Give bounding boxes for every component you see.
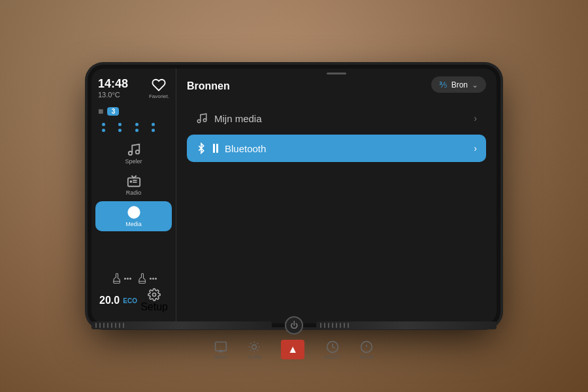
scroll-indicator <box>327 73 346 74</box>
svg-point-4 <box>130 181 131 182</box>
menu-button[interactable]: MENU <box>214 340 228 359</box>
mijn-media-name: Mijn media <box>214 113 262 124</box>
bron-bluetooth-icon: ⅗ <box>439 80 448 90</box>
nav-items: Speler Radio <box>91 136 176 269</box>
vent-left <box>91 321 272 329</box>
clock-display: 14:48 <box>98 78 128 90</box>
temp-eco-row: 20.0 ECO Setup <box>97 287 171 314</box>
pause-icon <box>213 144 218 153</box>
assist-button[interactable]: ASSIST <box>324 340 340 359</box>
vent-right <box>316 321 497 329</box>
vent-row: ⏻ <box>91 316 497 335</box>
source-list: Mijn media › <box>187 105 486 316</box>
svg-point-13 <box>252 344 257 349</box>
source-item-mijn-media[interactable]: Mijn media › <box>187 105 486 132</box>
sidebar-top: 14:48 13.0°C Favoriet. <box>91 74 176 103</box>
source-item-bluetooth[interactable]: Bluetooth › <box>187 135 486 162</box>
svg-rect-12 <box>216 342 227 350</box>
nav-media[interactable]: Media <box>95 201 172 231</box>
clima-label: CLIMA <box>248 355 261 359</box>
setup-button[interactable]: Setup <box>140 288 168 313</box>
bron-button[interactable]: ⅗ Bron ⌄ <box>431 76 486 93</box>
satellite-row: ■ 3 <box>91 103 176 119</box>
mode-label: MODE <box>360 355 374 359</box>
mijn-media-chevron: › <box>474 113 477 123</box>
section-title: Bronnen <box>187 80 230 92</box>
cabin-temp: 20.0 <box>99 295 120 306</box>
bottom-controls: 20.0 ECO Setup <box>91 269 176 318</box>
setup-label: Setup <box>140 301 168 313</box>
assist-label: ASSIST <box>324 355 340 359</box>
bluetooth-chevron: › <box>474 143 477 154</box>
bluetooth-name: Bluetooth <box>225 143 266 154</box>
satellite-badge: 3 <box>107 107 119 116</box>
bron-label: Bron <box>451 80 468 90</box>
radio-label: Radio <box>126 189 142 196</box>
dot-5 <box>102 129 105 132</box>
hazard-icon: ▲ <box>287 344 298 355</box>
nav-player[interactable]: Speler <box>95 139 172 169</box>
sidebar: 14:48 13.0°C Favoriet. ■ 3 <box>91 69 176 323</box>
svg-point-10 <box>197 120 201 123</box>
seat-left-icon[interactable] <box>111 272 131 284</box>
mijn-media-icon <box>196 112 208 124</box>
seat-heat-row <box>97 272 171 284</box>
main-content: Bronnen ⅗ Bron ⌄ <box>176 69 497 323</box>
car-background: 14:48 13.0°C Favoriet. ■ 3 <box>0 0 588 392</box>
top-bar: Bronnen ⅗ Bron ⌄ <box>187 76 486 93</box>
clima-button[interactable]: CLIMA <box>248 340 261 359</box>
mode-button[interactable]: MODE <box>360 340 374 359</box>
buttons-row: MENU CLIMA ▲ ASSIST <box>214 340 374 359</box>
source-item-left-bt: Bluetooth <box>196 142 266 154</box>
dot-6 <box>118 129 122 132</box>
dot-7 <box>135 129 139 132</box>
bluetooth-icon <box>196 142 206 154</box>
chevron-down-icon: ⌄ <box>472 80 478 90</box>
power-icon: ⏻ <box>290 321 298 330</box>
favorites-button[interactable]: Favoriet. <box>149 78 169 99</box>
dot-3 <box>135 123 139 126</box>
power-button[interactable]: ⏻ <box>285 316 303 335</box>
satellite-icon: ■ <box>98 106 103 116</box>
nav-radio[interactable]: Radio <box>95 170 172 200</box>
menu-label: MENU <box>214 355 228 359</box>
svg-point-9 <box>153 293 156 297</box>
svg-point-0 <box>128 152 132 155</box>
hazard-button[interactable]: ▲ <box>281 340 304 359</box>
favorites-label: Favoriet. <box>149 93 169 99</box>
infotainment-screen: 14:48 13.0°C Favoriet. ■ 3 <box>91 69 497 323</box>
screen-inner: 14:48 13.0°C Favoriet. ■ 3 <box>91 69 497 323</box>
temperature-display: 13.0°C <box>98 91 128 99</box>
time-temp: 14:48 13.0°C <box>98 78 128 99</box>
dot-8 <box>152 129 155 132</box>
seat-right-icon[interactable] <box>137 272 157 284</box>
dot-2 <box>118 123 122 126</box>
hardware-controls: ⏻ MENU CLIMA <box>91 316 497 359</box>
app-grid[interactable] <box>91 119 176 136</box>
svg-point-11 <box>203 119 206 122</box>
dot-4 <box>152 123 155 126</box>
dot-1 <box>102 123 105 126</box>
svg-point-1 <box>135 150 139 154</box>
eco-mode-badge: ECO <box>123 297 137 304</box>
player-label: Speler <box>125 158 142 165</box>
media-label: Media <box>125 221 142 227</box>
source-item-left: Mijn media <box>196 112 262 124</box>
